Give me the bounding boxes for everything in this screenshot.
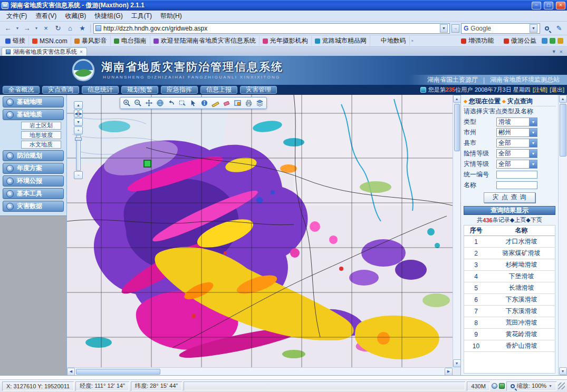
scroll-down-icon[interactable]: ▼: [559, 367, 567, 375]
landslide-name[interactable]: 香炉山滑坡: [488, 341, 555, 350]
table-row[interactable]: 6 下东溪滑坡: [464, 294, 555, 306]
address-bar[interactable]: http://dzzh.hndh.gov.cn/gridweb.aspx ▼: [93, 23, 450, 34]
minimize-button[interactable]: −: [532, 2, 541, 9]
links-bar-item[interactable]: 中地数码: [370, 36, 410, 46]
landslide-name[interactable]: 才口水滑坡: [488, 237, 555, 246]
page-vertical-scrollbar[interactable]: ▲ ▼: [558, 95, 567, 375]
chevron-down-icon[interactable]: ▼: [529, 129, 537, 136]
measure-icon[interactable]: [210, 98, 220, 108]
links-bar-item[interactable]: 暴风影音: [71, 36, 111, 46]
pan-right-icon[interactable]: ▶: [79, 110, 83, 117]
chevron-down-icon[interactable]: ▼: [529, 118, 537, 126]
geological-map[interactable]: [67, 95, 453, 367]
table-row[interactable]: 1 才口水滑坡: [464, 236, 555, 248]
landslide-name[interactable]: 下东溪滑坡: [488, 295, 555, 304]
table-row[interactable]: 3 杉树坳滑坡: [464, 259, 555, 271]
refresh-icon[interactable]: ↻: [53, 23, 63, 34]
search-box[interactable]: G Google ▼: [461, 23, 540, 34]
close-button[interactable]: ×: [556, 2, 565, 9]
security-icon[interactable]: [499, 383, 505, 389]
table-row[interactable]: 8 荒田冲滑坡: [464, 317, 555, 329]
links-bar-item[interactable]: 览路城市精品网: [312, 36, 370, 46]
forward-icon[interactable]: →: [22, 23, 32, 34]
menu-item[interactable]: 快捷组(G): [90, 11, 127, 22]
next-page-link[interactable]: ◆下页: [526, 216, 542, 224]
search-icon[interactable]: [542, 23, 552, 34]
resize-grip[interactable]: [558, 383, 565, 389]
user-icon[interactable]: [492, 383, 497, 389]
scrollbar-thumb[interactable]: [76, 369, 160, 375]
status-zoom[interactable]: 缩放: 100% ▼: [506, 381, 556, 391]
nav-tab[interactable]: 灾点查询: [42, 86, 79, 94]
back-icon[interactable]: ←: [3, 23, 13, 34]
map-horizontal-scrollbar[interactable]: ◀ ▶: [67, 367, 453, 375]
landslide-name[interactable]: 下堡滑坡: [488, 272, 555, 281]
landslide-name[interactable]: 黄花岭滑坡: [488, 330, 555, 339]
links-more-icon[interactable]: »: [410, 36, 415, 46]
table-row[interactable]: 2 骆家煤矿滑坡: [464, 248, 555, 259]
print-icon[interactable]: [244, 98, 254, 108]
nav-tab[interactable]: 信息统计: [82, 86, 119, 94]
zoom-slider-thumb[interactable]: [75, 138, 82, 141]
forward-dropdown-icon[interactable]: ▼: [34, 23, 39, 34]
text-input[interactable]: [496, 181, 537, 189]
chevron-down-icon[interactable]: ▼: [529, 139, 537, 147]
address-url[interactable]: http://dzzh.hndh.gov.cn/gridweb.aspx: [103, 25, 438, 32]
identify-icon[interactable]: [199, 98, 209, 108]
full-extent-icon[interactable]: [155, 98, 165, 108]
chevron-down-icon[interactable]: ▼: [529, 160, 537, 168]
zoom-out-button[interactable]: −: [74, 171, 83, 179]
sidebar-sub-item[interactable]: 地形坡度: [21, 131, 61, 139]
maximize-button[interactable]: □: [544, 2, 553, 9]
edit-icon[interactable]: ✎: [554, 23, 564, 34]
address-dropdown-icon[interactable]: ▼: [440, 24, 448, 33]
table-row[interactable]: 9 黄花岭滑坡: [464, 329, 555, 340]
menu-item[interactable]: 帮助(H): [156, 11, 186, 22]
overview-map-icon[interactable]: [233, 98, 243, 108]
page-tab[interactable]: 湖南省地质灾害信息系统 ×: [2, 47, 87, 56]
table-row[interactable]: 7 下东溪滑坡: [464, 306, 555, 317]
field-select[interactable]: 全部 ▼: [496, 149, 537, 158]
favorites-icon[interactable]: ★: [77, 23, 88, 34]
landslide-name[interactable]: 杉树坳滑坡: [488, 260, 555, 269]
menu-item[interactable]: 工具(T): [127, 11, 156, 22]
links-bar-item[interactable]: 电台指南: [111, 36, 150, 46]
chevron-down-icon[interactable]: ▼: [529, 150, 537, 158]
zoom-in-button[interactable]: +: [74, 126, 83, 134]
eraser-icon[interactable]: [222, 98, 232, 108]
landslide-name[interactable]: 荒田冲滑坡: [488, 318, 555, 327]
link-geo-environment-station[interactable]: 湖南省地质环境监测总站: [490, 75, 560, 84]
layers-icon[interactable]: [255, 98, 265, 108]
table-row[interactable]: 5 长塘滑坡: [464, 282, 555, 294]
sidebar-item[interactable]: » 环境公报: [3, 175, 64, 187]
exit-link[interactable]: [退出]: [550, 86, 564, 94]
pan-up-icon[interactable]: ▲: [74, 101, 83, 109]
landslide-name[interactable]: 骆家煤矿滑坡: [488, 249, 555, 258]
landslide-name[interactable]: 下东溪滑坡: [488, 307, 555, 316]
pan-icon[interactable]: [144, 98, 154, 108]
sidebar-item[interactable]: » 基础地理: [3, 96, 64, 107]
search-engine-dropdown-icon[interactable]: ▼: [530, 24, 537, 33]
select-pointer-icon[interactable]: [188, 98, 198, 108]
plugin-manager-icon[interactable]: [550, 38, 555, 44]
stop-icon[interactable]: ×: [41, 23, 51, 34]
menu-item[interactable]: 文件(F): [2, 11, 31, 22]
query-button[interactable]: 灾 点 查 询: [484, 192, 535, 203]
sidebar-item[interactable]: » 年度方案: [3, 163, 64, 174]
scroll-up-icon[interactable]: ▲: [559, 95, 567, 103]
account-icon[interactable]: [542, 38, 547, 44]
scroll-up-icon[interactable]: ▲: [453, 95, 461, 103]
nav-tab[interactable]: 信息上报: [200, 86, 237, 94]
tab-list-icon[interactable]: ▼: [552, 49, 556, 54]
scroll-left-icon[interactable]: ◀: [67, 368, 75, 376]
field-select[interactable]: 郴州 ▼: [496, 128, 537, 137]
menu-item[interactable]: 查看(V): [31, 11, 61, 22]
prev-page-link[interactable]: ◆上页: [510, 216, 526, 224]
table-row[interactable]: 10 香炉山滑坡: [464, 340, 555, 352]
scroll-right-icon[interactable]: ▶: [445, 368, 453, 376]
links-bar-item[interactable]: 欢迎登陆湖南省地质灾害信息系统: [150, 36, 260, 46]
sidebar-item[interactable]: » 基本工具: [3, 188, 64, 199]
sidebar-sub-item[interactable]: 岩土区划: [21, 122, 61, 130]
nav-tab[interactable]: 规划预警: [121, 86, 158, 94]
field-select[interactable]: 全部 ▼: [496, 160, 537, 169]
